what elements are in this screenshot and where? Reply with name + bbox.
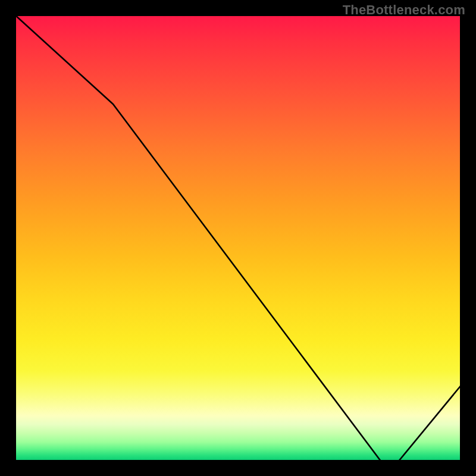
chart-frame: TheBottleneck.com xyxy=(0,0,476,476)
bottleneck-line-chart xyxy=(15,15,461,461)
bottleneck-curve xyxy=(15,15,461,461)
plot-area xyxy=(15,15,461,461)
